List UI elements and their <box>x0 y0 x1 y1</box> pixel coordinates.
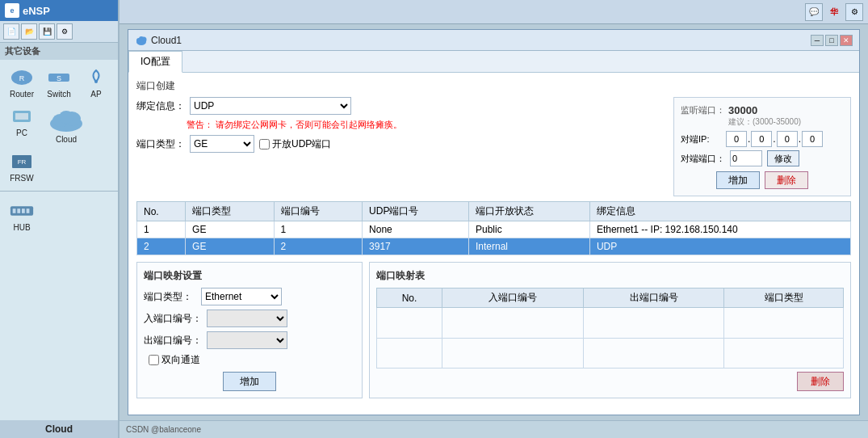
map-col-in: 入端口编号 <box>442 288 583 308</box>
tab-bar: IO配置 <box>128 51 859 73</box>
bind-info-row: 绑定信息： UDP <box>136 97 665 115</box>
toolbar-settings[interactable]: ⚙ <box>57 23 73 40</box>
ip-seg-1[interactable] <box>726 131 747 147</box>
chat-btn[interactable]: 💬 <box>805 3 823 21</box>
bind-info-label: 绑定信息： <box>136 99 185 113</box>
main-toolbar: 💬 华 ⚙ <box>120 0 868 24</box>
add-mapping-button[interactable]: 增加 <box>223 372 276 391</box>
mapping-add-row: 增加 <box>144 372 355 391</box>
cell-num: 2 <box>274 238 362 255</box>
sidebar-item-ap[interactable]: AP <box>79 65 113 100</box>
maximize-btn[interactable]: □ <box>825 35 838 46</box>
switch-icon: S <box>46 66 72 89</box>
port-creation-section: 端口创建 绑定信息： UDP <box>136 79 851 196</box>
svg-point-4 <box>94 80 98 83</box>
remote-port-label: 对端端口： <box>681 153 725 165</box>
udp-port-checkbox[interactable] <box>259 139 270 150</box>
dialog-title: Cloud1 <box>151 35 182 46</box>
bind-info-select[interactable]: UDP <box>190 97 351 115</box>
udp-port-checkbox-label[interactable]: 开放UDP端口 <box>259 137 331 151</box>
modify-button[interactable]: 修改 <box>767 150 799 166</box>
col-num: 端口编号 <box>274 202 362 221</box>
port-form-left: 绑定信息： UDP 警告： 请勿绑定公网网卡，否则可能会引起网络瘫痪。 <box>136 97 665 196</box>
port-table: No. 端口类型 端口编号 UDP端口号 端口开放状态 绑定信息 1 GE 1 <box>136 201 851 255</box>
toolbar-open[interactable]: 📂 <box>21 23 37 40</box>
add-delete-row: 增加 删除 <box>681 171 844 189</box>
delete-port-button[interactable]: 删除 <box>765 171 808 189</box>
svg-rect-16 <box>22 208 25 213</box>
close-btn[interactable]: ✕ <box>840 35 853 46</box>
hub-grid: HUB <box>0 193 118 238</box>
watermark-text: CSDN @balanceone <box>126 425 201 434</box>
warning-row: 警告： 请勿绑定公网网卡，否则可能会引起网络瘫痪。 <box>136 119 665 131</box>
sidebar: e eNSP 📄 📂 💾 ⚙ 其它设备 R Router <box>0 0 120 438</box>
map-col-no: No. <box>377 288 442 308</box>
ip-seg-3[interactable] <box>777 131 798 147</box>
port-type-row: 端口类型： GE 开放UDP端口 <box>136 135 665 153</box>
svg-rect-17 <box>27 208 30 213</box>
switch-label: Switch <box>47 90 70 99</box>
hub-icon <box>9 200 35 222</box>
remote-ip-inputs: . . . <box>726 131 823 147</box>
app-title-text: eNSP <box>23 5 50 17</box>
mapping-table-title: 端口映射表 <box>376 269 844 283</box>
port-creation-title: 端口创建 <box>136 79 851 93</box>
device-grid: R Router S Switch <box>0 60 118 189</box>
frsw-label: FRSW <box>10 174 33 183</box>
remote-port-row: 对端端口： 修改 <box>681 150 844 166</box>
in-port-select[interactable] <box>207 310 287 327</box>
svg-point-10 <box>59 111 73 124</box>
cell-no: 2 <box>137 238 186 255</box>
frsw-icon: FR <box>9 150 35 173</box>
cloud-icon <box>45 105 87 134</box>
ip-seg-4[interactable] <box>802 131 823 147</box>
mapping-config-title: 端口映射设置 <box>144 269 355 283</box>
listen-port-value: 30000 <box>728 104 801 116</box>
udp-port-label: 开放UDP端口 <box>272 137 331 151</box>
listen-port-group: 30000 建议：(3000-35000) <box>728 104 801 128</box>
bidirect-checkbox-label[interactable]: 双向通道 <box>149 353 355 367</box>
map-col-out: 出端口编号 <box>583 288 724 308</box>
bidirect-checkbox[interactable] <box>149 355 159 365</box>
listen-port-hint: 建议：(3000-35000) <box>728 116 801 128</box>
out-port-select[interactable] <box>207 331 287 349</box>
minimize-btn[interactable]: ─ <box>811 35 824 46</box>
settings-btn[interactable]: ⚙ <box>845 3 863 21</box>
svg-text:FR: FR <box>18 158 27 166</box>
cloud-label-sidebar: Cloud <box>56 135 77 144</box>
ip-seg-2[interactable] <box>751 131 772 147</box>
sidebar-item-cloud[interactable]: Cloud <box>42 103 90 145</box>
app-logo: e <box>5 3 19 18</box>
sidebar-item-switch[interactable]: S Switch <box>42 65 76 100</box>
col-udp: UDP端口号 <box>363 202 469 221</box>
cell-status: Public <box>469 221 590 238</box>
mapping-type-label: 端口类型： <box>144 290 196 304</box>
table-row[interactable]: 1 GE 1 None Public Ethernet1 -- IP: 192.… <box>137 221 851 238</box>
listen-port-label: 监听端口： <box>681 104 725 116</box>
sidebar-item-router[interactable]: R Router <box>5 65 39 100</box>
listen-port-row: 监听端口： 30000 建议：(3000-35000) <box>681 104 844 128</box>
add-port-button[interactable]: 增加 <box>716 171 760 189</box>
port-mapping-config-panel: 端口映射设置 端口类型： Ethernet 入端口编号： <box>136 262 363 398</box>
port-type-select[interactable]: GE <box>190 135 254 153</box>
table-row[interactable]: 2 GE 2 3917 Internal UDP <box>137 238 851 255</box>
svg-point-21 <box>139 36 144 41</box>
toolbar-save[interactable]: 💾 <box>39 23 55 40</box>
sidebar-item-device4[interactable]: PC <box>5 103 39 145</box>
sidebar-item-hub[interactable]: HUB <box>5 198 39 234</box>
router-label: Router <box>10 90 34 99</box>
tab-io[interactable]: IO配置 <box>128 51 182 73</box>
svg-rect-14 <box>13 208 16 213</box>
mapping-table: No. 入端口编号 出端口编号 端口类型 <box>376 288 844 369</box>
remote-port-input[interactable] <box>730 150 762 166</box>
cell-udp: 3917 <box>363 238 469 255</box>
delete-mapping-button[interactable]: 删除 <box>797 372 844 391</box>
ap-icon <box>83 66 109 89</box>
port-creation-inner: 绑定信息： UDP 警告： 请勿绑定公网网卡，否则可能会引起网络瘫痪。 <box>136 97 851 196</box>
mapping-type-select[interactable]: Ethernet <box>201 288 282 305</box>
sidebar-item-frsw[interactable]: FR FRSW <box>5 149 39 184</box>
remote-config-panel: 监听端口： 30000 建议：(3000-35000) 对端IP: <box>673 97 851 196</box>
bottom-label: Cloud <box>0 420 118 438</box>
bottom-panels: 端口映射设置 端口类型： Ethernet 入端口编号： <box>136 262 851 398</box>
toolbar-new[interactable]: 📄 <box>3 23 19 40</box>
